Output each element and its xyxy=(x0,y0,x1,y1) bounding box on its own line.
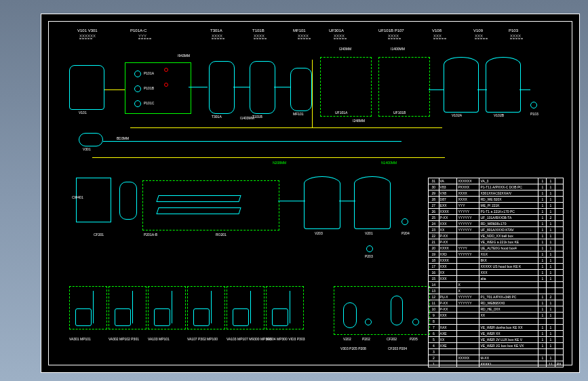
eq-cell xyxy=(547,319,555,325)
ro-membrane-2 xyxy=(156,207,241,214)
eq-row: 1XXXX111PX xyxy=(429,361,564,367)
eq-cell: 2 xyxy=(547,215,555,221)
eq-cell: 12 xyxy=(429,294,439,300)
dosing-unit xyxy=(227,286,264,329)
tag-bd3mm: BD3MM xyxy=(117,137,129,140)
eq-cell xyxy=(555,239,563,245)
eq-cell: 1 xyxy=(538,184,547,190)
eq-cell xyxy=(547,282,555,288)
eq-cell: XXXX xyxy=(439,258,457,264)
eq-cell xyxy=(439,349,457,355)
eq-cell: VE_WEIG a 221k box KE xyxy=(479,239,538,245)
tank-v102b xyxy=(486,57,521,113)
eq-cell: XX xyxy=(439,270,457,276)
eq-cell: 1 xyxy=(538,221,547,227)
eq-row: 8 xyxy=(429,319,564,325)
eq-cell xyxy=(555,331,563,337)
eq-cell: alta xyxy=(479,276,538,282)
pipe xyxy=(520,89,530,90)
eq-cell: VE_WER XX xyxy=(479,331,538,337)
eq-row: 5XXVE_WER JV LUX box KE V11 xyxy=(429,337,564,343)
tag-v102a: V102A xyxy=(452,114,462,117)
eq-cell xyxy=(555,355,563,361)
eq-cell: VX8 xyxy=(439,190,457,197)
eq-cell: 1 xyxy=(547,300,555,306)
eq-cell: PU-X xyxy=(439,294,457,300)
eq-cell xyxy=(479,282,538,288)
pipe xyxy=(233,87,250,87)
eq-cell xyxy=(457,343,479,349)
tag-p204: P204 xyxy=(401,232,410,235)
eq-cell: 1 xyxy=(547,197,555,203)
eq-cell: 1 xyxy=(547,270,555,276)
eq-cell: XX xyxy=(439,337,457,343)
eq-cell xyxy=(555,300,563,306)
eq-row: 30V83PXXXXP1-T11 A/PXXX-C DOB PC11 xyxy=(429,184,564,190)
eq-cell: X xyxy=(457,282,479,288)
unit-label: VA107 P302 MP100 xyxy=(187,338,218,341)
tag-p202: P202 xyxy=(362,338,370,341)
eq-cell: 3 xyxy=(429,349,439,355)
eq-cell: 25 xyxy=(429,215,439,221)
eq-cell: VA xyxy=(439,178,457,184)
dosing-unit xyxy=(266,286,304,329)
eq-cell: 31 xyxy=(429,178,439,184)
pump-p204 xyxy=(401,218,408,225)
eq-cell: XXXXX xyxy=(457,355,479,361)
eq-row: 23XXYYYYYYUF_801A/XXX0 KTAV11 xyxy=(429,227,564,233)
eq-cell: V83 xyxy=(439,184,457,190)
header-label: MF101 xyxy=(293,28,306,33)
eq-row: 3 xyxy=(429,349,564,355)
eq-cell xyxy=(457,264,479,270)
eq-cell xyxy=(457,276,479,282)
eq-row: 17XXXXXXXX US hood box KE K11 xyxy=(429,264,564,270)
eq-row: 29VX8XXXXX301XXAC02XXA/V11 xyxy=(429,190,564,197)
eq-cell: XGX xyxy=(479,252,538,258)
filter-cf202 xyxy=(391,296,403,325)
eq-cell: 8 xyxy=(429,319,439,325)
tag-p101c: P101C xyxy=(144,102,154,105)
eq-row: 7XAXVE_WER dunha box KE XX11 xyxy=(429,325,564,331)
eq-cell: 1 xyxy=(538,300,547,306)
eq-cell: 15 xyxy=(429,276,439,282)
eq-cell xyxy=(555,215,563,221)
group-uf101a xyxy=(320,57,372,117)
eq-cell: XX xyxy=(439,227,457,233)
eq-row: 27EXXYYYME_P/ 221K11 xyxy=(429,203,564,209)
eq-row: 25P-XXYYYYYYUF_101A/BXX08-TA12 xyxy=(429,215,564,221)
eq-cell: 1 xyxy=(538,325,547,331)
eq-cell: 1 xyxy=(547,245,555,252)
eq-cell xyxy=(555,349,563,355)
eq-cell: P-XX xyxy=(439,239,457,245)
eq-cell: 1 xyxy=(538,306,547,313)
eq-cell: 1 xyxy=(547,331,555,337)
eq-cell xyxy=(555,227,563,233)
eq-cell xyxy=(457,331,479,337)
pump-p103 xyxy=(530,102,537,108)
eq-cell: P-XX xyxy=(439,300,457,306)
eq-cell: RD_WE868XX0 xyxy=(479,300,538,306)
tag-p203: P203 xyxy=(365,255,373,258)
header-label: T301A xyxy=(210,28,222,33)
pump-p205 xyxy=(412,319,419,325)
eq-cell: D87 xyxy=(439,197,457,203)
eq-cell: XXXX1 xyxy=(479,361,538,367)
eq-cell: 1 xyxy=(538,355,547,361)
eq-cell xyxy=(457,337,479,343)
eq-row: 14X xyxy=(429,282,564,288)
eq-row: 11P-XXYYYYYYRD_WE868XX011 xyxy=(429,300,564,306)
eq-cell: 2 xyxy=(547,294,555,300)
tag-v101: V101 xyxy=(79,111,87,115)
eq-cell: 1 xyxy=(547,233,555,239)
eq-row: 12PU-XYYYYYYP1_T01 A/PXX+348 PC12 xyxy=(429,294,564,300)
eq-cell xyxy=(555,343,563,349)
tag-p101b: P101B xyxy=(144,87,154,90)
unit-label: CF203 P204 xyxy=(388,347,407,350)
eq-cell: 1 xyxy=(538,203,547,209)
pipe xyxy=(132,291,133,323)
eq-cell: 1 xyxy=(538,331,547,337)
header-label: UF101B P107 xyxy=(378,28,404,33)
pump-p101b xyxy=(134,85,141,92)
eq-cell: YYYYYY xyxy=(457,252,479,258)
header-label: P103 xyxy=(509,28,518,33)
